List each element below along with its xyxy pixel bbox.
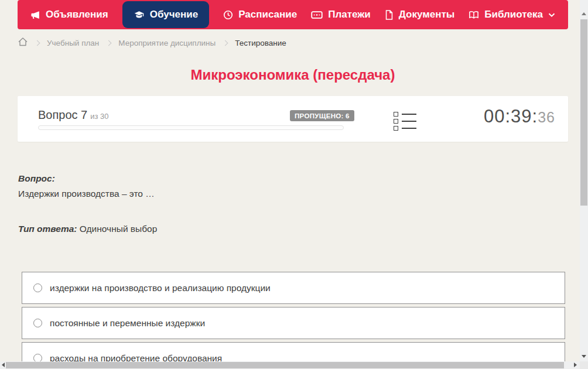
question-text: Издержки производства – это … xyxy=(18,186,545,201)
scroll-right-arrow-icon[interactable] xyxy=(574,363,577,367)
breadcrumb-item-curriculum[interactable]: Учебный план xyxy=(47,39,99,47)
breadcrumb-separator-icon xyxy=(106,40,112,46)
nav-item-documents[interactable]: Документы xyxy=(385,0,455,29)
list-icon xyxy=(394,112,416,131)
answer-type-label: Тип ответа: xyxy=(18,224,77,234)
nav-item-schedule[interactable]: Расписание xyxy=(223,0,297,29)
nav-item-training[interactable]: Обучение xyxy=(122,1,209,28)
graduation-cap-icon xyxy=(134,10,145,20)
vertical-scrollbar-thumb[interactable] xyxy=(580,19,587,206)
clock-icon xyxy=(223,10,233,20)
home-icon[interactable] xyxy=(18,37,28,48)
question-label: Вопрос: xyxy=(18,171,545,186)
scrollbar-corner xyxy=(580,361,588,369)
breadcrumb-item-testing: Тестирование xyxy=(235,39,286,47)
answer-label: издержки на производство и реализацию пр… xyxy=(50,283,271,293)
chevron-down-icon xyxy=(548,12,555,18)
question-number: Вопрос 7 xyxy=(38,108,87,121)
answers-list: издержки на производство и реализацию пр… xyxy=(22,272,565,369)
horizontal-scrollbar-thumb[interactable] xyxy=(6,362,564,368)
nav-item-payments[interactable]: Платежи xyxy=(311,0,371,29)
top-nav: Объявления Обучение Расписание Платежи Д… xyxy=(18,0,568,29)
question-total: из 30 xyxy=(90,112,108,121)
progress-bar xyxy=(38,125,344,130)
timer-seconds: 36 xyxy=(538,109,555,125)
skipped-badge: ПРОПУЩЕНО: 6 xyxy=(290,110,354,121)
breadcrumb-separator-icon xyxy=(223,40,228,46)
question-block: Вопрос: Издержки производства – это … Ти… xyxy=(18,171,545,237)
scroll-left-arrow-icon[interactable] xyxy=(2,363,5,367)
nav-item-announcements[interactable]: Объявления xyxy=(30,0,108,29)
nav-item-label: Платежи xyxy=(328,9,371,20)
document-icon xyxy=(385,10,394,20)
answer-option[interactable]: издержки на производство и реализацию пр… xyxy=(22,272,565,304)
question-panel: Вопрос 7из 30 ПРОПУЩЕНО: 6 00:39:36 xyxy=(18,96,568,142)
radio-button[interactable] xyxy=(33,283,42,292)
wallet-icon xyxy=(311,10,323,20)
timer-main: 00:39: xyxy=(484,106,538,127)
answer-label: постоянные и переменные издержки xyxy=(50,318,205,329)
breadcrumb-item-discipline-event[interactable]: Мероприятие дисциплины xyxy=(118,39,216,47)
nav-item-label: Расписание xyxy=(238,9,297,20)
nav-item-library[interactable]: Библиотека xyxy=(469,0,555,29)
book-icon xyxy=(469,10,479,20)
page-title: Микроэкономика (пересдача) xyxy=(0,67,586,83)
answer-type-value: Одиночный выбор xyxy=(80,224,158,234)
breadcrumb: Учебный план Мероприятие дисциплины Тест… xyxy=(18,37,286,49)
nav-item-label: Документы xyxy=(399,9,455,20)
horizontal-scrollbar[interactable] xyxy=(0,361,580,369)
vertical-scrollbar[interactable] xyxy=(580,0,588,361)
nav-item-label: Объявления xyxy=(46,9,108,20)
nav-item-label: Обучение xyxy=(150,9,198,20)
breadcrumb-separator-icon xyxy=(35,40,40,46)
question-counter: Вопрос 7из 30 xyxy=(38,108,109,122)
scroll-up-arrow-icon[interactable] xyxy=(582,12,586,15)
megaphone-icon xyxy=(30,10,40,20)
radio-button[interactable] xyxy=(33,319,42,327)
question-list-button[interactable] xyxy=(394,112,416,133)
timer: 00:39:36 xyxy=(484,106,555,127)
nav-item-label: Библиотека xyxy=(484,9,543,20)
answer-type-row: Тип ответа: Одиночный выбор xyxy=(18,221,545,237)
scroll-down-arrow-icon[interactable] xyxy=(582,355,586,358)
answer-option[interactable]: постоянные и переменные издержки xyxy=(22,307,565,339)
